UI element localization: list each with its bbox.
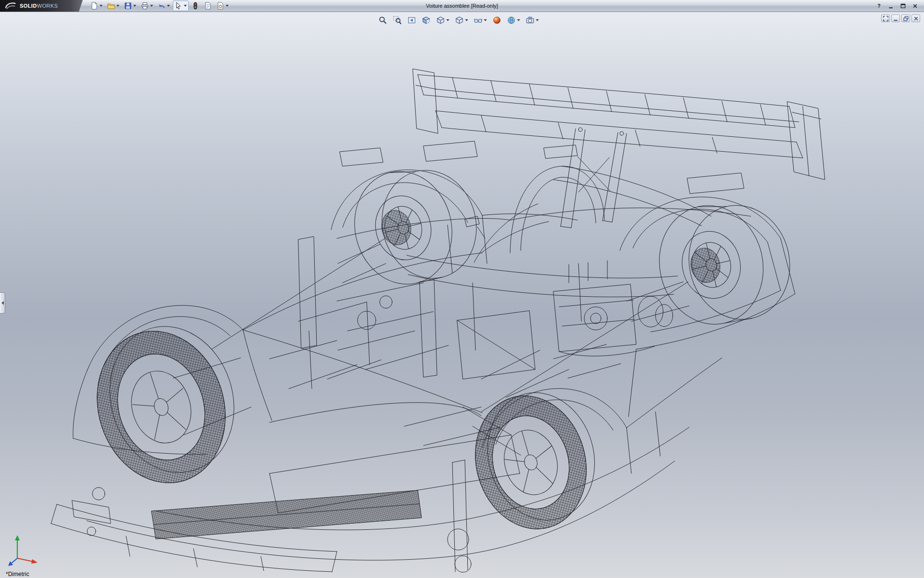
view-orientation-button[interactable] xyxy=(436,14,450,26)
hide-show-items-button[interactable] xyxy=(473,14,488,26)
zoom-to-area-button[interactable] xyxy=(392,14,403,26)
select-button[interactable] xyxy=(173,0,189,11)
doc-minimize-button[interactable] xyxy=(891,14,900,22)
rear-wing-geometry xyxy=(413,69,825,228)
chevron-down-icon xyxy=(116,5,119,7)
help-button[interactable] xyxy=(873,2,884,10)
floppy-icon xyxy=(124,2,132,10)
previous-view-icon xyxy=(408,16,416,25)
folder-icon xyxy=(107,2,115,10)
globe-icon xyxy=(507,16,516,25)
dassault-swirl-icon xyxy=(4,1,17,11)
glasses-icon xyxy=(474,16,483,25)
open-button[interactable] xyxy=(105,0,121,11)
section-view-button[interactable] xyxy=(421,14,432,26)
edit-appearance-button[interactable] xyxy=(492,14,502,26)
body-geometry xyxy=(73,141,795,454)
app-name-light: WORKS xyxy=(37,3,58,9)
doc-close-button[interactable] xyxy=(911,14,920,22)
camera-icon xyxy=(526,16,535,25)
file-properties-button[interactable] xyxy=(202,0,214,11)
chevron-down-icon xyxy=(447,19,449,21)
cube-icon xyxy=(436,16,445,25)
doc-fullscreen-button[interactable] xyxy=(881,14,890,22)
graphics-viewport[interactable]: *Dimetric xyxy=(0,12,924,578)
maximize-button[interactable] xyxy=(898,2,908,10)
printer-icon xyxy=(141,2,149,10)
minimize-button[interactable] xyxy=(886,2,896,10)
options-button[interactable] xyxy=(215,0,231,11)
minimize-icon xyxy=(893,15,899,22)
magnifier-icon xyxy=(379,16,387,25)
new-document-button[interactable] xyxy=(89,0,104,11)
solidworks-logo: SOLIDWORKS xyxy=(0,0,83,12)
section-icon xyxy=(422,16,431,25)
save-button[interactable] xyxy=(122,0,138,11)
display-style-icon xyxy=(455,16,464,25)
minimize-icon xyxy=(888,3,894,9)
page-info-icon xyxy=(204,2,212,10)
close-button[interactable] xyxy=(910,2,920,10)
fullscreen-icon xyxy=(883,15,889,22)
chevron-down-icon xyxy=(100,5,103,7)
restore-icon xyxy=(903,15,909,22)
chevron-down-icon xyxy=(465,19,468,21)
chevron-down-icon xyxy=(184,5,187,7)
view-settings-button[interactable] xyxy=(525,14,540,26)
main-toolbar xyxy=(89,0,231,11)
question-icon xyxy=(876,3,882,9)
page-icon xyxy=(90,2,98,10)
apply-scene-button[interactable] xyxy=(506,14,521,26)
zoom-to-fit-button[interactable] xyxy=(378,14,388,26)
sphere-icon xyxy=(493,16,501,25)
chevron-down-icon xyxy=(167,5,170,7)
taskpane-collapse-handle[interactable] xyxy=(0,292,5,314)
headsup-view-toolbar xyxy=(375,13,543,27)
chevron-left-icon xyxy=(1,301,4,305)
wheel-rear-left xyxy=(460,380,611,542)
close-icon xyxy=(912,3,918,9)
wheel-front-right xyxy=(343,155,488,295)
app-name-bold: SOLID xyxy=(20,3,37,9)
cursor-icon xyxy=(175,2,182,10)
window-title: Voiture assomblee [Read-only] xyxy=(426,0,498,12)
chevron-down-icon xyxy=(484,19,487,21)
rebuild-icon xyxy=(192,2,199,10)
chassis-geometry xyxy=(173,236,689,455)
page-gear-icon xyxy=(217,2,224,10)
print-button[interactable] xyxy=(139,0,155,11)
undo-button[interactable] xyxy=(156,0,172,11)
model-wireframe[interactable] xyxy=(0,12,924,578)
doc-restore-button[interactable] xyxy=(901,14,910,22)
undo-icon xyxy=(158,2,166,10)
close-icon xyxy=(913,15,919,22)
chevron-down-icon xyxy=(150,5,153,7)
wheel-rear-right xyxy=(648,189,801,336)
chevron-down-icon xyxy=(517,19,520,21)
chevron-down-icon xyxy=(536,19,539,21)
display-style-button[interactable] xyxy=(454,14,469,26)
rebuild-button[interactable] xyxy=(190,0,201,11)
magnifier-area-icon xyxy=(393,16,402,25)
chevron-down-icon xyxy=(133,5,136,7)
view-orientation-label: *Dimetric xyxy=(6,571,29,578)
orientation-triad-icon xyxy=(7,533,41,568)
window-controls xyxy=(873,2,924,10)
titlebar[interactable]: SOLIDWORKS Voiture assomblee [Read-only] xyxy=(0,0,924,12)
document-window-controls xyxy=(881,14,920,22)
maximize-icon xyxy=(900,3,906,9)
chevron-down-icon xyxy=(226,5,229,7)
previous-view-button[interactable] xyxy=(407,14,417,26)
